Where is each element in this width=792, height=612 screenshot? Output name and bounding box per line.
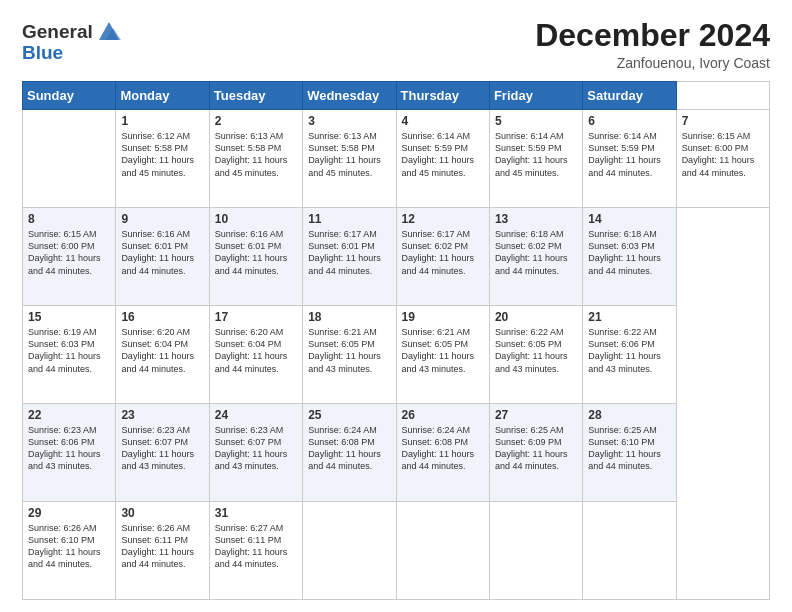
- table-row: 12 Sunrise: 6:17 AMSunset: 6:02 PMDaylig…: [396, 208, 489, 306]
- cell-details: Sunrise: 6:14 AMSunset: 5:59 PMDaylight:…: [495, 130, 577, 179]
- day-number: 23: [121, 408, 203, 422]
- calendar-week-3: 15 Sunrise: 6:19 AMSunset: 6:03 PMDaylig…: [23, 306, 770, 404]
- cell-details: Sunrise: 6:12 AMSunset: 5:58 PMDaylight:…: [121, 130, 203, 179]
- calendar-week-1: 1 Sunrise: 6:12 AMSunset: 5:58 PMDayligh…: [23, 110, 770, 208]
- day-number: 28: [588, 408, 670, 422]
- cell-details: Sunrise: 6:15 AMSunset: 6:00 PMDaylight:…: [28, 228, 110, 277]
- table-row: 10 Sunrise: 6:16 AMSunset: 6:01 PMDaylig…: [209, 208, 302, 306]
- day-number: 10: [215, 212, 297, 226]
- day-number: 12: [402, 212, 484, 226]
- table-row: 21 Sunrise: 6:22 AMSunset: 6:06 PMDaylig…: [583, 306, 676, 404]
- day-number: 7: [682, 114, 764, 128]
- logo: General Blue: [22, 18, 123, 64]
- day-number: 29: [28, 506, 110, 520]
- day-number: 31: [215, 506, 297, 520]
- day-number: 21: [588, 310, 670, 324]
- table-row: 7 Sunrise: 6:15 AMSunset: 6:00 PMDayligh…: [676, 110, 769, 208]
- day-number: 25: [308, 408, 390, 422]
- table-row: [303, 502, 396, 600]
- day-number: 18: [308, 310, 390, 324]
- location-subtitle: Zanfouenou, Ivory Coast: [535, 55, 770, 71]
- table-row: 18 Sunrise: 6:21 AMSunset: 6:05 PMDaylig…: [303, 306, 396, 404]
- table-row: 14 Sunrise: 6:18 AMSunset: 6:03 PMDaylig…: [583, 208, 676, 306]
- title-block: December 2024 Zanfouenou, Ivory Coast: [535, 18, 770, 71]
- cell-details: Sunrise: 6:13 AMSunset: 5:58 PMDaylight:…: [308, 130, 390, 179]
- table-row: 30 Sunrise: 6:26 AMSunset: 6:11 PMDaylig…: [116, 502, 209, 600]
- table-row: 5 Sunrise: 6:14 AMSunset: 5:59 PMDayligh…: [489, 110, 582, 208]
- cell-details: Sunrise: 6:13 AMSunset: 5:58 PMDaylight:…: [215, 130, 297, 179]
- table-row: 19 Sunrise: 6:21 AMSunset: 6:05 PMDaylig…: [396, 306, 489, 404]
- day-number: 2: [215, 114, 297, 128]
- header-tuesday: Tuesday: [209, 82, 302, 110]
- header-saturday: Saturday: [583, 82, 676, 110]
- day-number: 19: [402, 310, 484, 324]
- table-row: 8 Sunrise: 6:15 AMSunset: 6:00 PMDayligh…: [23, 208, 116, 306]
- table-row: 3 Sunrise: 6:13 AMSunset: 5:58 PMDayligh…: [303, 110, 396, 208]
- table-row: [396, 502, 489, 600]
- day-number: 3: [308, 114, 390, 128]
- calendar-header-row: Sunday Monday Tuesday Wednesday Thursday…: [23, 82, 770, 110]
- day-number: 17: [215, 310, 297, 324]
- logo-icon: [95, 18, 123, 46]
- table-row: 23 Sunrise: 6:23 AMSunset: 6:07 PMDaylig…: [116, 404, 209, 502]
- day-number: 27: [495, 408, 577, 422]
- calendar-week-4: 22 Sunrise: 6:23 AMSunset: 6:06 PMDaylig…: [23, 404, 770, 502]
- header-wednesday: Wednesday: [303, 82, 396, 110]
- table-row: 4 Sunrise: 6:14 AMSunset: 5:59 PMDayligh…: [396, 110, 489, 208]
- table-row: [489, 502, 582, 600]
- calendar-week-5: 29 Sunrise: 6:26 AMSunset: 6:10 PMDaylig…: [23, 502, 770, 600]
- day-number: 5: [495, 114, 577, 128]
- table-row: 6 Sunrise: 6:14 AMSunset: 5:59 PMDayligh…: [583, 110, 676, 208]
- cell-details: Sunrise: 6:16 AMSunset: 6:01 PMDaylight:…: [121, 228, 203, 277]
- table-row: [583, 502, 676, 600]
- table-row: 17 Sunrise: 6:20 AMSunset: 6:04 PMDaylig…: [209, 306, 302, 404]
- table-row: 24 Sunrise: 6:23 AMSunset: 6:07 PMDaylig…: [209, 404, 302, 502]
- cell-details: Sunrise: 6:21 AMSunset: 6:05 PMDaylight:…: [402, 326, 484, 375]
- logo-general: General: [22, 21, 93, 43]
- header: General Blue December 2024 Zanfouenou, I…: [22, 18, 770, 71]
- day-number: 13: [495, 212, 577, 226]
- cell-details: Sunrise: 6:22 AMSunset: 6:06 PMDaylight:…: [588, 326, 670, 375]
- day-number: 4: [402, 114, 484, 128]
- cell-details: Sunrise: 6:16 AMSunset: 6:01 PMDaylight:…: [215, 228, 297, 277]
- cell-details: Sunrise: 6:26 AMSunset: 6:10 PMDaylight:…: [28, 522, 110, 571]
- cell-details: Sunrise: 6:18 AMSunset: 6:02 PMDaylight:…: [495, 228, 577, 277]
- cell-details: Sunrise: 6:14 AMSunset: 5:59 PMDaylight:…: [402, 130, 484, 179]
- cell-details: Sunrise: 6:15 AMSunset: 6:00 PMDaylight:…: [682, 130, 764, 179]
- cell-details: Sunrise: 6:25 AMSunset: 6:09 PMDaylight:…: [495, 424, 577, 473]
- cell-details: Sunrise: 6:21 AMSunset: 6:05 PMDaylight:…: [308, 326, 390, 375]
- cell-details: Sunrise: 6:17 AMSunset: 6:02 PMDaylight:…: [402, 228, 484, 277]
- table-row: 29 Sunrise: 6:26 AMSunset: 6:10 PMDaylig…: [23, 502, 116, 600]
- table-row: 20 Sunrise: 6:22 AMSunset: 6:05 PMDaylig…: [489, 306, 582, 404]
- table-row: 27 Sunrise: 6:25 AMSunset: 6:09 PMDaylig…: [489, 404, 582, 502]
- day-number: 14: [588, 212, 670, 226]
- day-number: 8: [28, 212, 110, 226]
- cell-details: Sunrise: 6:19 AMSunset: 6:03 PMDaylight:…: [28, 326, 110, 375]
- table-row: 28 Sunrise: 6:25 AMSunset: 6:10 PMDaylig…: [583, 404, 676, 502]
- page: General Blue December 2024 Zanfouenou, I…: [0, 0, 792, 612]
- cell-details: Sunrise: 6:23 AMSunset: 6:07 PMDaylight:…: [121, 424, 203, 473]
- day-number: 30: [121, 506, 203, 520]
- day-number: 6: [588, 114, 670, 128]
- month-title: December 2024: [535, 18, 770, 53]
- day-number: 16: [121, 310, 203, 324]
- cell-details: Sunrise: 6:18 AMSunset: 6:03 PMDaylight:…: [588, 228, 670, 277]
- table-row: 2 Sunrise: 6:13 AMSunset: 5:58 PMDayligh…: [209, 110, 302, 208]
- cell-details: Sunrise: 6:22 AMSunset: 6:05 PMDaylight:…: [495, 326, 577, 375]
- day-number: 15: [28, 310, 110, 324]
- table-row: 13 Sunrise: 6:18 AMSunset: 6:02 PMDaylig…: [489, 208, 582, 306]
- table-row: 9 Sunrise: 6:16 AMSunset: 6:01 PMDayligh…: [116, 208, 209, 306]
- calendar-table: Sunday Monday Tuesday Wednesday Thursday…: [22, 81, 770, 600]
- cell-details: Sunrise: 6:17 AMSunset: 6:01 PMDaylight:…: [308, 228, 390, 277]
- day-number: 11: [308, 212, 390, 226]
- header-monday: Monday: [116, 82, 209, 110]
- table-row: 15 Sunrise: 6:19 AMSunset: 6:03 PMDaylig…: [23, 306, 116, 404]
- header-sunday: Sunday: [23, 82, 116, 110]
- cell-details: Sunrise: 6:24 AMSunset: 6:08 PMDaylight:…: [402, 424, 484, 473]
- cell-details: Sunrise: 6:24 AMSunset: 6:08 PMDaylight:…: [308, 424, 390, 473]
- cell-details: Sunrise: 6:23 AMSunset: 6:06 PMDaylight:…: [28, 424, 110, 473]
- day-number: 20: [495, 310, 577, 324]
- cell-details: Sunrise: 6:26 AMSunset: 6:11 PMDaylight:…: [121, 522, 203, 571]
- cell-details: Sunrise: 6:23 AMSunset: 6:07 PMDaylight:…: [215, 424, 297, 473]
- cell-details: Sunrise: 6:20 AMSunset: 6:04 PMDaylight:…: [215, 326, 297, 375]
